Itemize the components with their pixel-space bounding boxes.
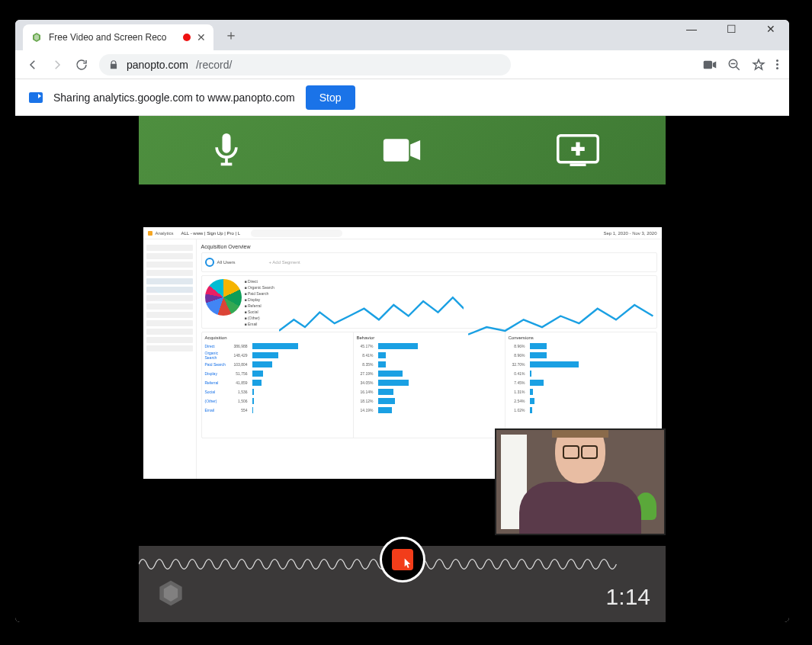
window-controls: — ☐ ✕ — [681, 23, 782, 35]
reload-button[interactable] — [75, 58, 88, 72]
ga-charts-row: DirectOrganic SearchPaid SearchDisplay R… — [201, 275, 657, 329]
recorder-bottom-bar: 1:14 — [139, 546, 666, 622]
webcam-preview[interactable] — [495, 428, 666, 535]
browser-tab[interactable]: Free Video and Screen Reco ✕ — [23, 24, 213, 50]
recording-indicator-icon — [183, 34, 191, 41]
svg-rect-0 — [704, 60, 712, 69]
share-message: Sharing analytics.google.com to www.pano… — [53, 91, 295, 104]
svg-rect-5 — [384, 139, 409, 162]
ga-segment-bar: All Users + Add Segment — [201, 252, 657, 272]
capture-mode-bar — [139, 116, 666, 185]
tab-strip: Free Video and Screen Reco ✕ ＋ — ☐ ✕ — [15, 20, 789, 50]
webcam-person — [512, 428, 649, 535]
ga-top-channels-card: DirectOrganic SearchPaid SearchDisplay R… — [205, 279, 274, 325]
cursor-pointer-icon — [400, 557, 415, 572]
screen-sharing-bar: Sharing analytics.google.com to www.pano… — [15, 79, 789, 116]
new-tab-button[interactable]: ＋ — [224, 26, 238, 44]
recorder-content: Analytics ALL - www | Sign Up | Pro | L … — [15, 116, 789, 622]
ga-logo-icon — [148, 231, 152, 236]
lock-icon — [108, 59, 119, 70]
ga-users-chart — [279, 279, 464, 325]
ga-sidebar — [143, 239, 197, 479]
tab-close-icon[interactable]: ✕ — [197, 31, 206, 43]
minimize-button[interactable]: — — [681, 23, 702, 35]
screen-share-icon — [29, 92, 43, 103]
ga-account-switcher: ALL - www | Sign Up | Pro | L — [181, 231, 240, 236]
close-window-button[interactable]: ✕ — [760, 23, 782, 35]
recording-timer: 1:14 — [606, 584, 650, 610]
screen-add-icon[interactable] — [557, 129, 599, 172]
ga-pie-legend: DirectOrganic SearchPaid SearchDisplay R… — [245, 279, 274, 325]
ga-date-range: Sep 1, 2020 - Nov 3, 2020 — [603, 231, 656, 236]
ga-sidebar-item-overview — [146, 287, 193, 293]
ga-page-title: Acquisition Overview — [201, 244, 657, 249]
browser-menu-button[interactable] — [776, 59, 778, 69]
maximize-button[interactable]: ☐ — [721, 23, 742, 35]
ga-segment-circle-icon — [205, 258, 214, 267]
ga-search-input — [251, 229, 342, 237]
svg-line-2 — [736, 66, 740, 70]
audio-waveform-icon — [139, 550, 619, 578]
url-domain: panopto.com — [127, 59, 188, 71]
ga-conversions-chart — [468, 279, 653, 325]
ga-pie-chart — [205, 279, 242, 316]
ga-product-label: Analytics — [156, 231, 174, 236]
ga-segment-label: All Users — [217, 260, 236, 265]
ga-header: Analytics ALL - www | Sign Up | Pro | L … — [143, 227, 662, 239]
microphone-icon[interactable] — [205, 129, 248, 172]
back-button[interactable] — [26, 58, 40, 72]
forward-button[interactable] — [50, 58, 64, 72]
stop-square-icon — [392, 549, 413, 570]
tab-title: Free Video and Screen Reco — [49, 32, 177, 43]
panopto-favicon-icon — [30, 31, 43, 43]
browser-window: Free Video and Screen Reco ✕ ＋ — ☐ ✕ — [15, 20, 789, 622]
capture-preview: Analytics ALL - www | Sign Up | Pro | L … — [139, 185, 666, 546]
ga-sidebar-item-acquisition — [146, 278, 193, 284]
panopto-logo-icon — [154, 576, 188, 610]
camera-video-icon[interactable] — [380, 129, 423, 172]
camera-icon[interactable] — [703, 59, 717, 70]
zoom-out-icon[interactable] — [727, 58, 741, 72]
url-path: /record/ — [196, 59, 232, 71]
bookmark-star-icon[interactable] — [752, 58, 765, 72]
browser-toolbar: panopto.com/record/ — [15, 50, 789, 79]
stop-sharing-button[interactable]: Stop — [306, 85, 355, 110]
svg-rect-4 — [223, 133, 231, 153]
stop-recording-button[interactable] — [380, 537, 425, 582]
address-bar[interactable]: panopto.com/record/ — [99, 54, 511, 75]
ga-add-segment: + Add Segment — [269, 260, 300, 265]
